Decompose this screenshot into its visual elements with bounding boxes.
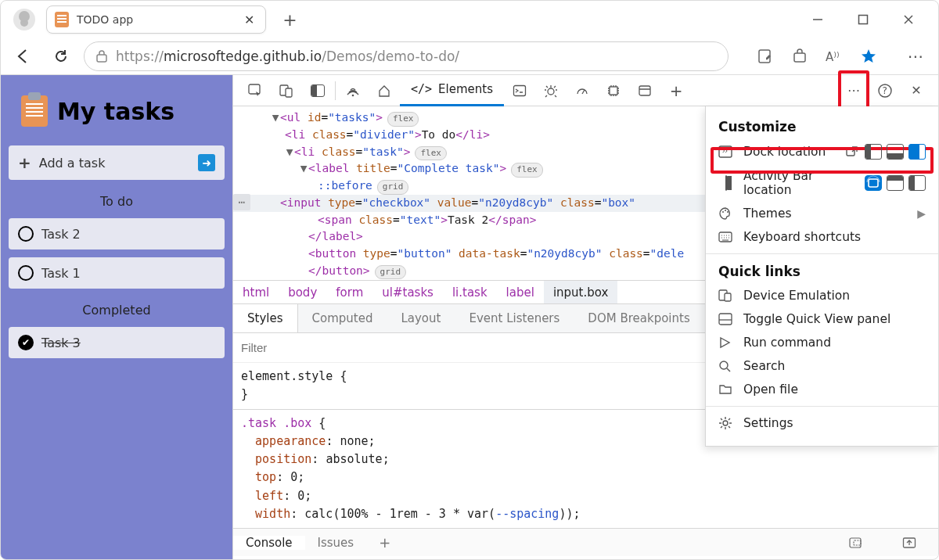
styles-tab[interactable]: DOM Breakpoints: [574, 304, 703, 332]
close-tab-icon[interactable]: ✕: [241, 13, 257, 27]
checkbox-checked-icon[interactable]: [18, 335, 34, 350]
application-icon[interactable]: [629, 75, 660, 106]
crumb[interactable]: label: [497, 285, 544, 300]
play-icon: [718, 336, 734, 349]
dock-location-row[interactable]: Dock location: [706, 139, 938, 164]
themes-row[interactable]: Themes ▶: [706, 202, 938, 225]
row-label: Device Emulation: [743, 289, 926, 303]
help-icon[interactable]: ?: [869, 75, 901, 106]
lock-icon: [95, 49, 108, 63]
selected-row-menu-icon[interactable]: ⋯: [233, 194, 250, 210]
activity-left-icon[interactable]: [908, 175, 926, 191]
row-label: Keyboard shortcuts: [743, 230, 926, 244]
styles-tab[interactable]: Styles: [233, 304, 298, 332]
svg-rect-8: [249, 84, 260, 94]
svg-rect-1: [859, 16, 868, 24]
new-tab-button[interactable]: +: [274, 5, 305, 34]
activity-bar-row[interactable]: Activity Bar location: [706, 164, 938, 202]
more-tabs-plus-icon[interactable]: +: [660, 75, 692, 106]
add-task-input[interactable]: +Add a task ➜: [9, 145, 225, 180]
settings-row[interactable]: Settings: [706, 411, 938, 435]
drawer-tab[interactable]: Console: [233, 536, 305, 550]
open-file-row[interactable]: Open file: [706, 378, 938, 401]
svg-rect-23: [719, 146, 732, 157]
close-window-button[interactable]: [899, 10, 918, 29]
task-item[interactable]: Task 2: [9, 218, 225, 249]
performance-icon[interactable]: [567, 75, 598, 106]
read-aloud-icon[interactable]: A⁾⁾: [826, 48, 843, 65]
crumb[interactable]: li.task: [443, 285, 497, 300]
svg-rect-10: [286, 88, 292, 97]
dock-left-icon[interactable]: [865, 144, 882, 160]
activity-left-icon[interactable]: [302, 75, 333, 106]
profile-avatar[interactable]: [13, 9, 35, 31]
drawer: Console Issues +: [233, 528, 938, 556]
submit-arrow-icon[interactable]: ➜: [198, 154, 215, 171]
customize-devtools-button[interactable]: ⋯: [844, 75, 863, 106]
inspect-icon[interactable]: [239, 75, 271, 106]
chevron-right-icon: ▶: [917, 207, 926, 220]
crumb[interactable]: form: [326, 285, 372, 300]
browser-tab[interactable]: TODO app ✕: [46, 5, 266, 34]
edit-page-icon[interactable]: [757, 48, 774, 65]
welcome-icon[interactable]: [369, 75, 400, 106]
panel-icon: [718, 313, 734, 325]
styles-tab[interactable]: Layout: [387, 304, 455, 332]
search-icon: [718, 360, 734, 372]
activity-top-icon[interactable]: [887, 175, 904, 191]
activity-default-icon[interactable]: [865, 175, 882, 191]
drawer-add-icon[interactable]: +: [366, 534, 403, 551]
dock-right-icon[interactable]: [908, 144, 926, 160]
settings-more-button[interactable]: ⋯: [901, 41, 930, 71]
svg-rect-31: [725, 293, 731, 301]
minimize-button[interactable]: [808, 10, 827, 29]
refresh-button[interactable]: [46, 41, 76, 71]
svg-rect-32: [719, 314, 732, 325]
back-button[interactable]: [9, 41, 38, 71]
device-toggle-icon[interactable]: [271, 75, 302, 106]
page-title: My tasks: [57, 98, 174, 125]
gear-icon: [718, 416, 734, 430]
checkbox-icon[interactable]: [18, 226, 34, 242]
run-command-row[interactable]: Run command: [706, 331, 938, 354]
dock-undock-icon[interactable]: [844, 144, 860, 160]
todo-heading: To do: [9, 194, 225, 209]
search-row[interactable]: Search: [706, 354, 938, 378]
shortcuts-row[interactable]: Keyboard shortcuts: [706, 225, 938, 249]
device-emulation-row[interactable]: Device Emulation: [706, 284, 938, 307]
quickview-row[interactable]: Toggle Quick View panel: [706, 307, 938, 331]
favorite-star-icon[interactable]: [860, 48, 877, 65]
console-icon[interactable]: [504, 75, 535, 106]
row-label: Settings: [743, 416, 926, 430]
task-label: Task 3: [41, 336, 81, 350]
sources-bug-icon[interactable]: [535, 75, 567, 106]
drawer-expand-icon[interactable]: [890, 537, 929, 549]
close-devtools-icon[interactable]: ✕: [901, 75, 932, 106]
svg-rect-24: [847, 148, 854, 156]
dock-bottom-icon[interactable]: [887, 144, 904, 160]
elements-tab[interactable]: </>Elements: [400, 75, 504, 106]
device-icon: [718, 289, 734, 302]
task-item[interactable]: Task 3: [9, 327, 225, 358]
drawer-errors-icon[interactable]: [836, 537, 876, 549]
network-icon[interactable]: [337, 75, 369, 106]
crumb[interactable]: body: [279, 285, 326, 300]
crumb-current[interactable]: input.box: [544, 281, 617, 303]
crumb[interactable]: ul#tasks: [372, 285, 443, 300]
memory-icon[interactable]: [598, 75, 629, 106]
popup-heading: Quick links: [706, 259, 938, 284]
address-bar[interactable]: https://microsoftedge.github.io/Demos/de…: [84, 41, 729, 71]
styles-tab[interactable]: Computed: [298, 304, 387, 332]
row-label: Run command: [743, 336, 926, 350]
checkbox-icon[interactable]: [18, 265, 34, 281]
shopping-icon[interactable]: [791, 48, 808, 65]
drawer-tab[interactable]: Issues: [305, 536, 367, 550]
styles-tab[interactable]: Event Listeners: [455, 304, 574, 332]
crumb[interactable]: html: [233, 285, 279, 300]
tab-title: TODO app: [77, 13, 233, 26]
task-item[interactable]: Task 1: [9, 257, 225, 289]
add-task-label: Add a task: [39, 156, 106, 171]
maximize-button[interactable]: [854, 10, 872, 29]
svg-text:?: ?: [883, 85, 887, 96]
svg-line-14: [582, 90, 585, 94]
